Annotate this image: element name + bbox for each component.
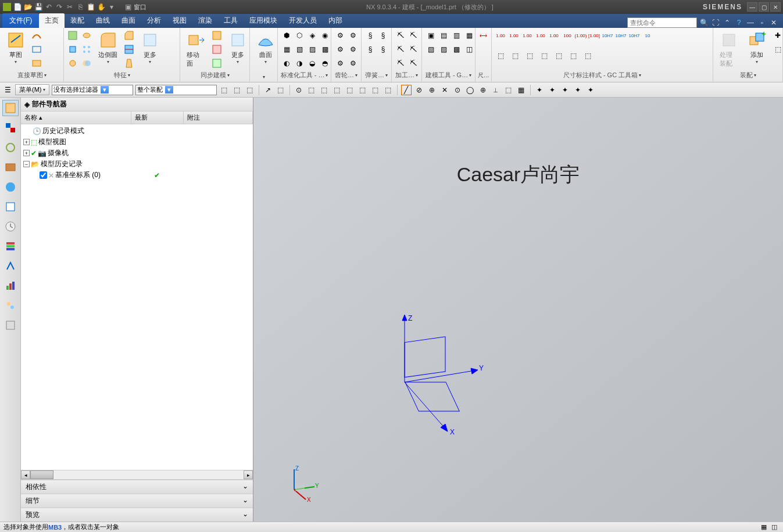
- std-tool-5-icon[interactable]: ▦: [280, 43, 293, 56]
- search-icon[interactable]: 🔍: [699, 18, 709, 27]
- file-menu-button[interactable]: 文件(F): [2, 13, 39, 28]
- snap-ctr-icon[interactable]: ⊙: [452, 85, 463, 95]
- dim-8-icon[interactable]: [1.00]: [588, 29, 600, 42]
- sketch-button[interactable]: 草图 ▾: [2, 29, 29, 66]
- chevron-down-icon[interactable]: ▾: [416, 73, 418, 78]
- tab-surface[interactable]: 曲面: [116, 13, 141, 28]
- dim-10-icon[interactable]: 10H7: [614, 29, 627, 42]
- sketch-rect-icon[interactable]: [30, 43, 43, 56]
- cut-icon[interactable]: ✂: [65, 2, 74, 12]
- chevron-down-icon[interactable]: ▾: [355, 73, 357, 78]
- trim-icon[interactable]: [123, 43, 135, 56]
- col-latest[interactable]: 最新: [131, 112, 184, 124]
- dim-9-icon[interactable]: 10H7: [601, 29, 614, 42]
- dim-4-icon[interactable]: 1.00: [534, 29, 547, 42]
- visual-report-tab-icon[interactable]: [2, 278, 19, 294]
- part-navigator-tab-icon[interactable]: [2, 100, 19, 116]
- navigator-tree[interactable]: 🕒 历史记录模式 + ⬚ 模型视图 + ✔ 📷 摄像机 − 📂 模型历史记录: [21, 124, 253, 470]
- window-dropdown-icon[interactable]: ▾: [148, 2, 157, 12]
- snap-int-icon[interactable]: ✕: [439, 85, 450, 95]
- copy-icon[interactable]: ⎘: [76, 2, 85, 12]
- gear-1-icon[interactable]: ⚙: [334, 29, 346, 42]
- minimize-button[interactable]: —: [747, 2, 757, 12]
- tab-internal[interactable]: 内部: [323, 13, 348, 28]
- assy-small-2-icon[interactable]: ⬚: [771, 43, 783, 56]
- command-search-input[interactable]: [627, 17, 697, 28]
- reuse-library-tab-icon[interactable]: [2, 159, 19, 175]
- pattern-icon[interactable]: [80, 43, 93, 56]
- snap-7-icon[interactable]: ⬚: [370, 85, 381, 95]
- std-tool-12-icon[interactable]: ◓: [319, 57, 331, 70]
- model-tool-2-icon[interactable]: ▤: [437, 29, 450, 42]
- col-note[interactable]: 附注: [184, 112, 253, 124]
- tree-model-history[interactable]: − 📂 模型历史记录: [22, 159, 252, 170]
- dim-11-icon[interactable]: 10H7: [628, 29, 641, 42]
- inner-minimize-icon[interactable]: —: [746, 18, 755, 27]
- snap-tan-icon[interactable]: ⊕: [478, 85, 488, 95]
- undo-icon[interactable]: ↶: [44, 2, 53, 12]
- edge-fillet-button[interactable]: 边倒圆▾: [94, 29, 121, 66]
- tab-view[interactable]: 视图: [167, 13, 192, 28]
- std-tool-8-icon[interactable]: ▩: [319, 43, 331, 56]
- inner-close-icon[interactable]: ✕: [769, 18, 778, 27]
- save-icon[interactable]: 💾: [34, 2, 43, 12]
- annot-5-icon[interactable]: ⬚: [552, 49, 565, 62]
- annot-4-icon[interactable]: ⬚: [538, 49, 550, 62]
- history-tab-icon[interactable]: [2, 218, 19, 235]
- extra-3-icon[interactable]: ✦: [560, 85, 570, 95]
- spring-3-icon[interactable]: §: [364, 43, 377, 56]
- dim-7-icon[interactable]: (1.00): [574, 29, 587, 42]
- teamcenter-tab-icon[interactable]: [2, 297, 19, 314]
- tab-home[interactable]: 主页: [39, 13, 65, 28]
- model-tool-5-icon[interactable]: ▧: [424, 43, 437, 56]
- sketch-profile-icon[interactable]: [30, 57, 43, 70]
- mfg-5-icon[interactable]: ⛏: [394, 57, 407, 70]
- std-tool-9-icon[interactable]: ◐: [280, 57, 293, 70]
- section-details[interactable]: 细节⌄: [21, 494, 253, 508]
- status-icon-1[interactable]: ▦: [759, 522, 769, 533]
- tab-application[interactable]: 应用模块: [244, 13, 283, 28]
- col-name[interactable]: 名称 ▴: [21, 112, 131, 124]
- datum-plane-icon[interactable]: [66, 29, 79, 42]
- window-menu-label[interactable]: 窗口: [134, 3, 146, 12]
- dim-3-icon[interactable]: 1.00: [521, 29, 534, 42]
- delete-face-icon[interactable]: [210, 43, 223, 56]
- chevron-down-icon[interactable]: ▾: [326, 73, 328, 78]
- feature-more-button[interactable]: 更多▾: [137, 29, 163, 66]
- close-button[interactable]: ✕: [770, 2, 781, 12]
- fullscreen-icon[interactable]: ⛶: [711, 18, 720, 27]
- measure-icon[interactable]: ⟷: [478, 29, 489, 42]
- chevron-down-icon[interactable]: ▾: [128, 73, 130, 78]
- chevron-down-icon[interactable]: ▾: [227, 73, 230, 78]
- system-tab-icon[interactable]: [2, 317, 19, 333]
- inner-restore-icon[interactable]: ▫: [757, 18, 767, 27]
- datum-checkbox[interactable]: [40, 171, 47, 179]
- chevron-down-icon[interactable]: ▾: [263, 74, 265, 80]
- extra-5-icon[interactable]: ✦: [585, 85, 596, 95]
- model-tool-3-icon[interactable]: ▥: [450, 29, 463, 42]
- snap-end-icon[interactable]: ⊕: [427, 85, 437, 95]
- window-icon[interactable]: ▣: [123, 2, 133, 12]
- expand-icon[interactable]: +: [23, 139, 30, 145]
- chevron-down-icon[interactable]: ▾: [469, 73, 471, 78]
- std-tool-10-icon[interactable]: ◑: [293, 57, 306, 70]
- process-assembly-button[interactable]: 处理装配: [716, 29, 742, 70]
- snap-5-icon[interactable]: ⬚: [345, 85, 355, 95]
- spring-4-icon[interactable]: §: [377, 43, 389, 56]
- snap-4-icon[interactable]: ⬚: [332, 85, 342, 95]
- gear-5-icon[interactable]: ⚙: [334, 57, 346, 70]
- filter-combo[interactable]: 没有选择过滤器▾: [52, 85, 133, 95]
- assembly-navigator-tab-icon[interactable]: [2, 120, 19, 136]
- spring-1-icon[interactable]: §: [364, 29, 377, 42]
- dim-12-icon[interactable]: 10: [641, 29, 654, 42]
- snap-line-icon[interactable]: ╱: [401, 85, 412, 95]
- navigator-hscroll[interactable]: ◂ ▸: [21, 470, 253, 479]
- tab-assembly[interactable]: 装配: [65, 13, 90, 28]
- menu-icon[interactable]: ☰: [2, 85, 13, 95]
- status-icon-2[interactable]: ◫: [769, 522, 780, 533]
- gear-4-icon[interactable]: ⚙: [346, 43, 359, 56]
- spring-2-icon[interactable]: §: [377, 29, 389, 42]
- move-face-button[interactable]: 移动面: [183, 29, 209, 70]
- graphics-viewport[interactable]: Caesar卢尚宇 Z Y X Z Y X: [253, 98, 783, 522]
- std-tool-11-icon[interactable]: ◒: [306, 57, 319, 70]
